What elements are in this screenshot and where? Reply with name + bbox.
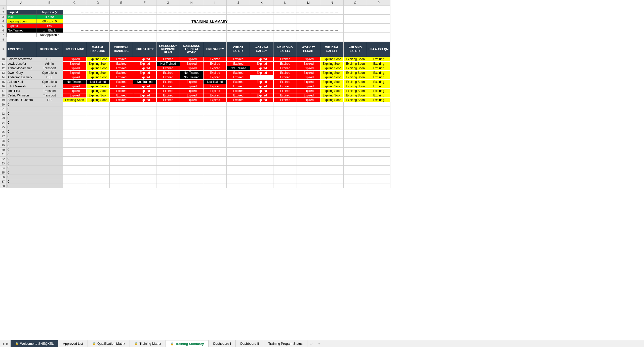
cell-empty[interactable] — [133, 111, 156, 116]
status-cell[interactable]: Expired — [227, 93, 250, 98]
status-cell[interactable]: Expired — [110, 66, 133, 71]
cell-empty[interactable] — [156, 33, 180, 37]
cell-empty[interactable] — [297, 184, 320, 188]
status-cell[interactable]: Not Trained — [133, 80, 156, 84]
status-cell[interactable]: Expiring — [367, 84, 390, 89]
cell-empty[interactable] — [250, 33, 273, 37]
cell-empty[interactable] — [297, 161, 320, 166]
row-header-15[interactable]: 15 — [0, 80, 7, 84]
cell-empty[interactable] — [367, 15, 390, 19]
row-header-34[interactable]: 34 — [0, 166, 7, 170]
cell-empty[interactable] — [367, 111, 390, 116]
sheet-tab-welcome-to-sheqxel[interactable]: 🔒Welcome to SHEQXEL — [11, 340, 58, 347]
cell-empty[interactable] — [133, 184, 156, 188]
status-cell[interactable]: Expired — [156, 84, 180, 89]
row-header-14[interactable]: 14 — [0, 75, 7, 80]
cell-empty[interactable] — [110, 120, 133, 125]
cell-empty[interactable] — [86, 170, 110, 175]
status-cell[interactable]: Expiring — [367, 75, 390, 80]
cell-empty[interactable] — [133, 143, 156, 148]
cell-empty[interactable] — [86, 148, 110, 152]
cell-empty[interactable] — [86, 125, 110, 129]
status-cell[interactable]: Expired — [273, 57, 297, 61]
cell-empty[interactable] — [180, 102, 203, 107]
cell-empty[interactable] — [320, 143, 344, 148]
cell-empty[interactable] — [344, 143, 367, 148]
cell-empty[interactable] — [110, 157, 133, 161]
zero-cell[interactable]: 0 — [7, 120, 36, 125]
cell-empty[interactable] — [344, 37, 367, 42]
cell-empty[interactable] — [250, 111, 273, 116]
cell-empty[interactable] — [297, 170, 320, 175]
cell-empty[interactable] — [320, 116, 344, 120]
cell-empty[interactable] — [86, 102, 110, 107]
row-header-28[interactable]: 28 — [0, 138, 7, 143]
cell-empty[interactable] — [203, 125, 227, 129]
status-cell[interactable]: Expiring Soon — [320, 80, 344, 84]
cell-empty[interactable] — [273, 33, 297, 37]
cell-empty[interactable] — [86, 6, 110, 10]
cell-empty[interactable] — [367, 184, 390, 188]
cell-empty[interactable] — [297, 120, 320, 125]
cell-empty[interactable] — [250, 102, 273, 107]
status-cell[interactable]: Expired — [273, 66, 297, 71]
employee-dept[interactable]: HSE — [36, 57, 63, 61]
status-cell[interactable]: Expired — [156, 66, 180, 71]
cell-empty[interactable] — [250, 138, 273, 143]
cell-empty[interactable] — [86, 152, 110, 157]
cell-empty[interactable] — [367, 166, 390, 170]
cell-empty[interactable] — [320, 175, 344, 179]
employee-dept[interactable]: HR — [36, 98, 63, 102]
cell-empty[interactable] — [110, 37, 133, 42]
status-cell[interactable]: Expired — [180, 93, 203, 98]
cell-empty[interactable] — [203, 175, 227, 179]
cell-empty[interactable] — [133, 6, 156, 10]
status-cell[interactable]: Expiring Soon — [344, 93, 367, 98]
cell-empty[interactable] — [367, 175, 390, 179]
cell-empty[interactable] — [297, 102, 320, 107]
status-cell[interactable]: Expired — [203, 57, 227, 61]
row-header-36[interactable]: 36 — [0, 175, 7, 179]
column-header-H[interactable]: H — [180, 0, 203, 5]
cell-empty[interactable] — [344, 175, 367, 179]
cell-empty[interactable] — [180, 166, 203, 170]
employee-name[interactable]: Elliot Mensah — [7, 84, 36, 89]
cell-empty[interactable] — [367, 24, 390, 28]
cell-empty[interactable] — [273, 157, 297, 161]
status-cell[interactable]: Expired — [133, 84, 156, 89]
cell-empty[interactable] — [320, 184, 344, 188]
status-cell[interactable]: Expired — [250, 93, 273, 98]
cell-empty[interactable] — [156, 138, 180, 143]
status-cell[interactable]: Expired — [110, 89, 133, 93]
cell-empty[interactable] — [86, 37, 110, 42]
cell-empty[interactable] — [273, 138, 297, 143]
status-cell[interactable]: Expired — [203, 93, 227, 98]
status-cell[interactable]: Expired — [250, 66, 273, 71]
column-header-C[interactable]: C — [63, 0, 86, 5]
zero-cell[interactable] — [36, 175, 63, 179]
status-cell[interactable]: Expired — [156, 93, 180, 98]
cell-empty[interactable] — [110, 143, 133, 148]
cell-empty[interactable] — [250, 107, 273, 111]
row-header-29[interactable]: 29 — [0, 143, 7, 148]
status-cell[interactable]: Expired — [297, 71, 320, 75]
cell-empty[interactable] — [297, 157, 320, 161]
cell-empty[interactable] — [203, 143, 227, 148]
status-cell[interactable]: Expired — [227, 57, 250, 61]
zero-cell[interactable] — [36, 152, 63, 157]
cell-empty[interactable] — [180, 152, 203, 157]
status-cell[interactable]: Expiring Soon — [86, 75, 110, 80]
cell-empty[interactable] — [250, 179, 273, 184]
status-cell[interactable]: Expired — [227, 98, 250, 102]
cell-empty[interactable] — [320, 170, 344, 175]
employee-dept[interactable]: Transport — [36, 93, 63, 98]
cell-empty[interactable] — [63, 152, 86, 157]
cell-empty[interactable] — [250, 152, 273, 157]
status-cell[interactable]: Expired — [250, 80, 273, 84]
status-cell[interactable]: Expired — [297, 80, 320, 84]
cell-empty[interactable] — [367, 161, 390, 166]
status-cell[interactable]: Expired — [203, 61, 227, 66]
cell-empty[interactable] — [297, 143, 320, 148]
status-cell[interactable]: Expiring — [367, 57, 390, 61]
cell-empty[interactable] — [344, 161, 367, 166]
